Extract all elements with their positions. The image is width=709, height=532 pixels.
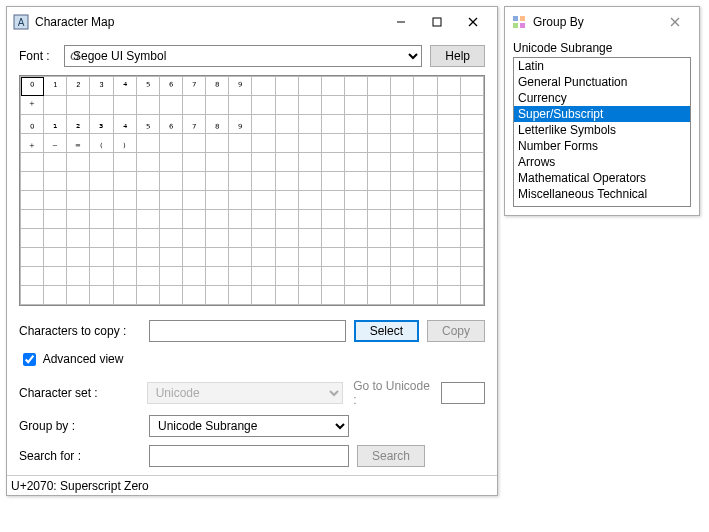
- grid-cell[interactable]: [159, 267, 182, 286]
- grid-cell[interactable]: [368, 153, 391, 172]
- grid-cell[interactable]: ¹: [44, 77, 67, 96]
- grid-cell[interactable]: [298, 153, 321, 172]
- grid-cell[interactable]: ₊: [21, 134, 44, 153]
- grid-cell[interactable]: [275, 229, 298, 248]
- search-button[interactable]: Search: [357, 445, 425, 467]
- grid-cell[interactable]: ⁺: [21, 96, 44, 115]
- grid-cell[interactable]: [298, 77, 321, 96]
- grid-cell[interactable]: [344, 267, 367, 286]
- grid-cell[interactable]: [414, 96, 437, 115]
- grid-cell[interactable]: [368, 267, 391, 286]
- grid-cell[interactable]: [298, 96, 321, 115]
- search-input[interactable]: [149, 445, 349, 467]
- grid-cell[interactable]: [252, 96, 275, 115]
- grid-cell[interactable]: [298, 229, 321, 248]
- grid-cell[interactable]: [344, 77, 367, 96]
- grid-cell[interactable]: [414, 115, 437, 134]
- grid-cell[interactable]: [437, 115, 460, 134]
- grid-cell[interactable]: [368, 248, 391, 267]
- grid-cell[interactable]: ⁰: [21, 77, 44, 96]
- grid-cell[interactable]: ₇: [182, 115, 205, 134]
- grid-cell[interactable]: [275, 210, 298, 229]
- grid-cell[interactable]: [44, 229, 67, 248]
- grid-cell[interactable]: [44, 96, 67, 115]
- grid-cell[interactable]: [437, 191, 460, 210]
- grid-cell[interactable]: [182, 172, 205, 191]
- grid-cell[interactable]: [391, 267, 414, 286]
- list-item[interactable]: Miscellaneous Technical: [514, 186, 690, 202]
- grid-cell[interactable]: [321, 96, 344, 115]
- list-item[interactable]: Arrows: [514, 154, 690, 170]
- grid-cell[interactable]: ⁸: [206, 77, 229, 96]
- grid-cell[interactable]: ₍: [90, 134, 113, 153]
- grid-cell[interactable]: [437, 77, 460, 96]
- grid-cell[interactable]: [67, 210, 90, 229]
- help-button[interactable]: Help: [430, 45, 485, 67]
- grid-cell[interactable]: [391, 153, 414, 172]
- grid-cell[interactable]: [21, 172, 44, 191]
- grid-cell[interactable]: [414, 286, 437, 305]
- grid-cell[interactable]: [159, 96, 182, 115]
- grid-cell[interactable]: [113, 153, 136, 172]
- grid-cell[interactable]: [391, 248, 414, 267]
- grid-cell[interactable]: [275, 191, 298, 210]
- grid-cell[interactable]: [182, 248, 205, 267]
- grid-cell[interactable]: ³: [90, 77, 113, 96]
- grid-cell[interactable]: ⁴: [113, 77, 136, 96]
- grid-cell[interactable]: [182, 96, 205, 115]
- grid-cell[interactable]: [344, 96, 367, 115]
- grid-cell[interactable]: [368, 210, 391, 229]
- grid-cell[interactable]: ₈: [206, 115, 229, 134]
- grid-cell[interactable]: [113, 191, 136, 210]
- list-item[interactable]: Letterlike Symbols: [514, 122, 690, 138]
- grid-cell[interactable]: [275, 153, 298, 172]
- grid-cell[interactable]: [67, 172, 90, 191]
- grid-cell[interactable]: [414, 267, 437, 286]
- grid-cell[interactable]: [275, 267, 298, 286]
- grid-cell[interactable]: [252, 229, 275, 248]
- grid-cell[interactable]: [368, 96, 391, 115]
- grid-cell[interactable]: [229, 191, 252, 210]
- grid-cell[interactable]: [206, 96, 229, 115]
- grid-cell[interactable]: [437, 210, 460, 229]
- grid-cell[interactable]: [229, 229, 252, 248]
- grid-cell[interactable]: [437, 96, 460, 115]
- grid-cell[interactable]: [136, 96, 159, 115]
- grid-cell[interactable]: [460, 229, 483, 248]
- grid-cell[interactable]: [44, 210, 67, 229]
- grid-cell[interactable]: [67, 229, 90, 248]
- grid-cell[interactable]: [44, 267, 67, 286]
- titlebar[interactable]: A Character Map: [7, 7, 497, 37]
- grid-cell[interactable]: ⁹: [229, 77, 252, 96]
- grid-cell[interactable]: [136, 191, 159, 210]
- grid-cell[interactable]: ²: [67, 77, 90, 96]
- grid-cell[interactable]: [391, 134, 414, 153]
- grid-cell[interactable]: [206, 248, 229, 267]
- grid-cell[interactable]: [437, 172, 460, 191]
- grid-cell[interactable]: [136, 153, 159, 172]
- grid-cell[interactable]: ⁵: [136, 77, 159, 96]
- grid-cell[interactable]: [368, 286, 391, 305]
- grid-cell[interactable]: [44, 172, 67, 191]
- grid-cell[interactable]: ₂: [67, 115, 90, 134]
- grid-cell[interactable]: [275, 115, 298, 134]
- character-grid[interactable]: ⁰¹²³⁴⁵⁶⁷⁸⁹⁺₀₁₂₃₄₅₆₇₈₉₊₋₌₍₎: [19, 75, 485, 306]
- grid-cell[interactable]: [136, 229, 159, 248]
- grid-cell[interactable]: [159, 134, 182, 153]
- grid-cell[interactable]: [136, 267, 159, 286]
- grid-cell[interactable]: [206, 191, 229, 210]
- minimize-button[interactable]: [383, 10, 419, 34]
- grid-cell[interactable]: ₉: [229, 115, 252, 134]
- grid-cell[interactable]: [460, 248, 483, 267]
- grid-cell[interactable]: [275, 96, 298, 115]
- groupby-select[interactable]: Unicode Subrange: [149, 415, 349, 437]
- grid-cell[interactable]: [206, 172, 229, 191]
- grid-cell[interactable]: [21, 153, 44, 172]
- grid-cell[interactable]: [321, 286, 344, 305]
- grid-cell[interactable]: [321, 77, 344, 96]
- grid-cell[interactable]: [252, 248, 275, 267]
- grid-cell[interactable]: [159, 210, 182, 229]
- grid-cell[interactable]: [182, 229, 205, 248]
- grid-cell[interactable]: [344, 153, 367, 172]
- grid-cell[interactable]: [460, 77, 483, 96]
